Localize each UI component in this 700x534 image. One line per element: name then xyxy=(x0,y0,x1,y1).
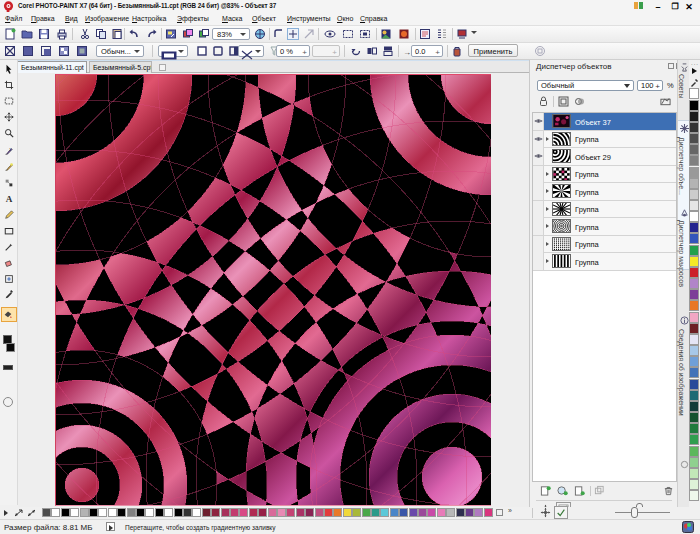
svg-text:A: A xyxy=(6,194,13,204)
